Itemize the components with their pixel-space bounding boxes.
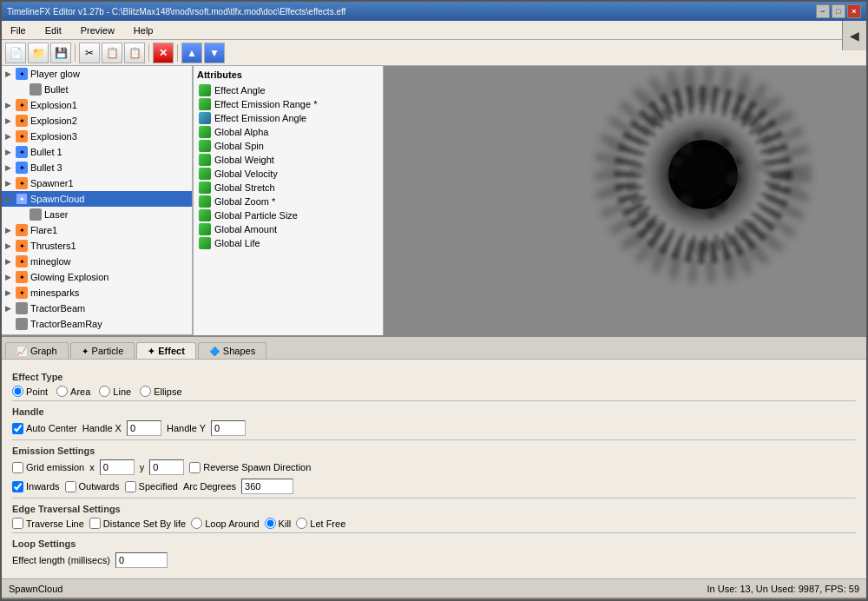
inwards-checkbox[interactable]	[12, 481, 23, 492]
tree-item-bullet3[interactable]: ▶ ✦ Bullet 3	[2, 160, 192, 175]
tree-item-tractorbeamray[interactable]: TractorBeamRay	[2, 316, 192, 332]
delete-button[interactable]: ✕	[153, 43, 174, 63]
kill-radio-label[interactable]: Kill	[265, 518, 292, 529]
attr-global-zoom[interactable]: Global Zoom *	[197, 195, 379, 208]
tab-shapes[interactable]: 🔷 Shapes	[198, 342, 266, 359]
tree-item-explosion2[interactable]: ▶ ✦ Explosion2	[2, 113, 192, 129]
close-button[interactable]: ×	[847, 4, 861, 18]
tab-graph[interactable]: 📈 Graph	[5, 342, 69, 359]
attr-global-particle-size[interactable]: Global Particle Size	[197, 208, 379, 222]
reverse-spawn-checkbox[interactable]	[189, 462, 201, 473]
reverse-spawn-label[interactable]: Reverse Spawn Direction	[189, 462, 311, 473]
loop-around-radio-label[interactable]: Loop Around	[191, 518, 259, 529]
nav-up-button[interactable]: ▲	[181, 43, 202, 63]
minimize-button[interactable]: −	[816, 4, 830, 18]
expand-icon: ▶	[5, 179, 16, 188]
tab-particle[interactable]: ✦ Particle	[70, 342, 135, 359]
loop-around-radio[interactable]	[191, 518, 202, 529]
attr-global-weight[interactable]: Global Weight	[197, 153, 379, 167]
inwards-checkbox-label[interactable]: Inwards	[12, 481, 60, 492]
auto-center-checkbox[interactable]	[12, 423, 23, 434]
attr-effect-emission-range[interactable]: Effect Emission Range *	[197, 97, 379, 111]
handle-y-input[interactable]	[211, 420, 246, 436]
tree-item-spawncloud[interactable]: ▶ ✦ SpawnCloud	[2, 191, 192, 207]
new-button[interactable]: 📄	[5, 43, 26, 63]
y-input[interactable]	[149, 459, 184, 475]
nav-down-button[interactable]: ▼	[204, 43, 225, 63]
radio-area[interactable]: Area	[56, 386, 90, 397]
maximize-button[interactable]: □	[832, 4, 845, 18]
attr-effect-angle[interactable]: Effect Angle	[197, 83, 379, 97]
attr-global-amount[interactable]: Global Amount	[197, 222, 379, 236]
radio-line[interactable]: Line	[99, 386, 131, 397]
traverse-line-checkbox[interactable]	[12, 518, 23, 529]
handle-y-label: Handle Y	[167, 423, 206, 433]
tree-item-laser[interactable]: Laser	[2, 207, 192, 222]
open-button[interactable]: 📁	[28, 43, 49, 63]
attr-global-life[interactable]: Global Life	[197, 236, 379, 250]
tree-item-explosion1[interactable]: ▶ ✦ Explosion1	[2, 97, 192, 113]
tree-item-thrusters1[interactable]: ▶ ✦ Thrusters1	[2, 238, 192, 254]
cut-button[interactable]: ✂	[79, 43, 100, 63]
divider-4	[12, 532, 856, 533]
tree-item-mineglow[interactable]: ▶ ✦ mineglow	[2, 254, 192, 269]
tree-item-minesparks[interactable]: ▶ ✦ minesparks	[2, 285, 192, 300]
tree-item-bullet1[interactable]: ▶ ✦ Bullet 1	[2, 144, 192, 160]
menu-preview[interactable]: Preview	[76, 23, 120, 37]
item-icon-bullet	[30, 83, 42, 96]
attr-effect-emission-angle[interactable]: Effect Emission Angle	[197, 111, 379, 125]
attr-global-velocity[interactable]: Global Velocity	[197, 167, 379, 181]
expand-icon: ▶	[5, 273, 16, 281]
specified-checkbox[interactable]	[125, 481, 136, 492]
tree-label-glowing-explosion: Glowing Explosion	[30, 272, 109, 282]
specified-checkbox-label[interactable]: Specified	[125, 481, 178, 492]
svg-point-24	[630, 165, 646, 175]
kill-radio[interactable]	[265, 518, 276, 529]
arc-degrees-input[interactable]	[241, 479, 293, 494]
auto-center-checkbox-label[interactable]: Auto Center	[12, 423, 77, 434]
svg-point-23	[647, 221, 664, 233]
distance-set-checkbox-label[interactable]: Distance Set By life	[89, 518, 186, 529]
copy-button[interactable]: 📋	[102, 43, 122, 63]
menu-file[interactable]: File	[5, 23, 31, 37]
item-icon-laser	[30, 208, 42, 221]
attr-global-alpha[interactable]: Global Alpha	[197, 125, 379, 139]
expand-icon: ▶	[5, 226, 16, 234]
menu-help[interactable]: Help	[128, 23, 159, 37]
effect-length-input[interactable]	[115, 552, 168, 568]
radio-point[interactable]: Point	[12, 386, 48, 397]
paste-button[interactable]: 📋	[124, 43, 145, 63]
traverse-line-checkbox-label[interactable]: Traverse Line	[12, 518, 84, 529]
let-free-radio-label[interactable]: Let Free	[296, 518, 345, 529]
let-free-radio[interactable]	[296, 518, 307, 529]
tree-item-explosion3[interactable]: ▶ ✦ Explosion3	[2, 129, 192, 144]
menu-edit[interactable]: Edit	[40, 23, 67, 37]
tree-item-tractorbeam[interactable]: ▶ TractorBeam	[2, 300, 192, 316]
edge-traversal-row: Traverse Line Distance Set By life Loop …	[12, 518, 856, 529]
content-area: ▶ ✦ Player glow Bullet ▶ ✦ Explosion1 ▶ …	[2, 66, 866, 335]
attr-global-spin[interactable]: Global Spin	[197, 139, 379, 153]
distance-set-checkbox[interactable]	[89, 518, 101, 529]
tree-item-flare1[interactable]: ▶ ✦ Flare1	[2, 222, 192, 238]
outwards-checkbox-label[interactable]: Outwards	[65, 481, 120, 492]
radio-area-input[interactable]	[56, 386, 68, 397]
tree-item-bullet[interactable]: Bullet	[2, 82, 192, 97]
handle-x-input[interactable]	[127, 420, 161, 436]
tree-item-player-glow[interactable]: ▶ ✦ Player glow	[2, 66, 192, 82]
x-input[interactable]	[100, 459, 135, 475]
grid-emission-checkbox-label[interactable]: Grid emission	[12, 462, 84, 473]
radio-ellipse-input[interactable]	[140, 386, 151, 397]
emission-section-label: Emission Settings	[12, 446, 856, 456]
tab-effect[interactable]: ✦ Effect	[136, 342, 196, 359]
outwards-checkbox[interactable]	[65, 481, 76, 492]
radio-line-input[interactable]	[99, 386, 110, 397]
tree-item-glowing-explosion[interactable]: ▶ ✦ Glowing Explosion	[2, 269, 192, 285]
attr-global-stretch[interactable]: Global Stretch	[197, 181, 379, 195]
attr-icon-global-zoom	[199, 195, 211, 208]
radio-point-input[interactable]	[12, 386, 23, 397]
grid-emission-checkbox[interactable]	[12, 462, 23, 473]
save-button[interactable]: 💾	[50, 43, 71, 63]
panel-collapse-button[interactable]: ◀	[842, 21, 866, 50]
tree-item-spawner1[interactable]: ▶ ✦ Spawner1	[2, 175, 192, 191]
radio-ellipse[interactable]: Ellipse	[140, 386, 181, 397]
